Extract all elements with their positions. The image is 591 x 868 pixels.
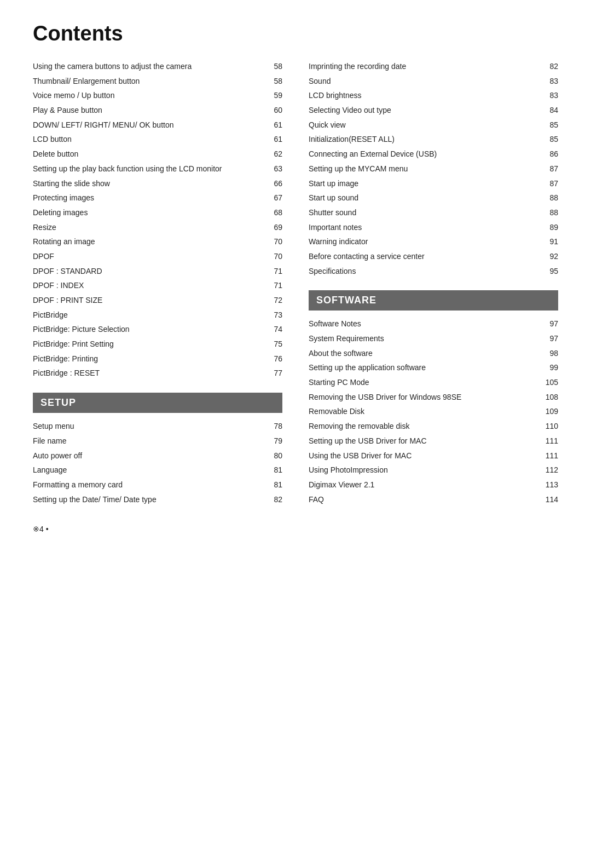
toc-label: Quick view bbox=[309, 119, 542, 131]
toc-page: 77 bbox=[266, 367, 282, 380]
toc-entry: Setting up the application software99 bbox=[309, 362, 558, 374]
toc-label: Setting up the MYCAM menu bbox=[309, 163, 542, 175]
toc-label: DPOF bbox=[33, 251, 266, 263]
toc-label: Play & Pause button bbox=[33, 105, 266, 117]
setup-entries: Setup menu78File name79Auto power off80L… bbox=[33, 421, 282, 505]
toc-label: Start up sound bbox=[309, 192, 542, 204]
toc-page: 81 bbox=[266, 464, 282, 476]
toc-entry: LCD button61 bbox=[33, 134, 282, 146]
toc-entry: Digimax Viewer 2.1113 bbox=[309, 479, 558, 491]
software-entries: Software Notes97System Requirements97Abo… bbox=[309, 318, 558, 505]
toc-label: Using the camera buttons to adjust the c… bbox=[33, 61, 266, 73]
toc-entry: Play & Pause button60 bbox=[33, 105, 282, 117]
toc-page: 85 bbox=[542, 134, 558, 146]
toc-entry: DPOF : PRINT SIZE72 bbox=[33, 295, 282, 307]
toc-entry: PictBridge73 bbox=[33, 309, 282, 321]
toc-page: 62 bbox=[266, 148, 282, 160]
toc-page: 98 bbox=[542, 348, 558, 360]
toc-label: Setting up the Date/ Time/ Date type bbox=[33, 494, 266, 506]
toc-entry: Before contacting a service center92 bbox=[309, 251, 558, 263]
toc-entry: About the software98 bbox=[309, 348, 558, 360]
toc-entry: Warning indicator91 bbox=[309, 236, 558, 248]
toc-label: Formatting a memory card bbox=[33, 479, 266, 491]
toc-page: 88 bbox=[542, 192, 558, 204]
toc-entry: DPOF70 bbox=[33, 251, 282, 263]
toc-page: 69 bbox=[266, 222, 282, 234]
toc-page: 111 bbox=[542, 435, 558, 447]
toc-page: 110 bbox=[542, 421, 558, 433]
toc-page: 97 bbox=[542, 318, 558, 330]
toc-page: 59 bbox=[266, 90, 282, 102]
toc-entry: Quick view85 bbox=[309, 119, 558, 131]
toc-label: Resize bbox=[33, 222, 266, 234]
footer-note: ※4 • bbox=[33, 525, 558, 533]
toc-label: File name bbox=[33, 435, 266, 447]
toc-page: 58 bbox=[266, 61, 282, 73]
toc-label: Important notes bbox=[309, 222, 542, 234]
toc-label: Selecting Video out type bbox=[309, 105, 542, 117]
toc-entry: Sound83 bbox=[309, 76, 558, 88]
toc-label: System Requirements bbox=[309, 333, 542, 345]
toc-label: DPOF : STANDARD bbox=[33, 266, 266, 278]
toc-page: 74 bbox=[266, 324, 282, 336]
toc-page: 60 bbox=[266, 105, 282, 117]
toc-label: Warning indicator bbox=[309, 236, 542, 248]
toc-page: 105 bbox=[542, 377, 558, 389]
toc-page: 82 bbox=[542, 61, 558, 73]
toc-label: Imprinting the recording date bbox=[309, 61, 542, 73]
toc-page: 108 bbox=[542, 392, 558, 404]
toc-entry: Removable Disk109 bbox=[309, 406, 558, 418]
toc-page: 71 bbox=[266, 266, 282, 278]
toc-page: 82 bbox=[266, 494, 282, 506]
toc-entry: Start up sound88 bbox=[309, 192, 558, 204]
toc-entry: Resize69 bbox=[33, 222, 282, 234]
toc-page: 87 bbox=[542, 178, 558, 190]
toc-label: Starting the slide show bbox=[33, 178, 266, 190]
toc-label: Setting up the USB Driver for MAC bbox=[309, 435, 542, 447]
toc-label: DOWN/ LEFT/ RIGHT/ MENU/ OK button bbox=[33, 119, 266, 131]
contents-columns: Using the camera buttons to adjust the c… bbox=[33, 61, 558, 508]
toc-page: 85 bbox=[542, 119, 558, 131]
toc-page: 75 bbox=[266, 338, 282, 350]
toc-entry: Initialization(RESET ALL)85 bbox=[309, 134, 558, 146]
toc-page: 86 bbox=[542, 148, 558, 160]
toc-label: DPOF : INDEX bbox=[33, 280, 266, 292]
toc-page: 79 bbox=[266, 435, 282, 447]
toc-page: 92 bbox=[542, 251, 558, 263]
toc-page: 68 bbox=[266, 207, 282, 219]
toc-label: Using the USB Driver for MAC bbox=[309, 450, 542, 462]
toc-page: 66 bbox=[266, 178, 282, 190]
toc-page: 91 bbox=[542, 236, 558, 248]
toc-entry: Selecting Video out type84 bbox=[309, 105, 558, 117]
toc-page: 73 bbox=[266, 309, 282, 321]
toc-label: Removing the removable disk bbox=[309, 421, 542, 433]
toc-page: 84 bbox=[542, 105, 558, 117]
toc-entry: Starting the slide show66 bbox=[33, 178, 282, 190]
toc-page: 61 bbox=[266, 119, 282, 131]
toc-label: LCD brightness bbox=[309, 90, 542, 102]
toc-page: 113 bbox=[542, 479, 558, 491]
toc-page: 112 bbox=[542, 464, 558, 476]
software-section-header: SOFTWARE bbox=[309, 290, 558, 311]
toc-page: 111 bbox=[542, 450, 558, 462]
toc-label: About the software bbox=[309, 348, 542, 360]
toc-page: 72 bbox=[266, 295, 282, 307]
toc-entry: Auto power off80 bbox=[33, 450, 282, 462]
toc-label: Specifications bbox=[309, 266, 542, 278]
toc-label: Voice memo / Up button bbox=[33, 90, 266, 102]
toc-entry: DOWN/ LEFT/ RIGHT/ MENU/ OK button61 bbox=[33, 119, 282, 131]
toc-page: 88 bbox=[542, 207, 558, 219]
toc-entry: Rotating an image70 bbox=[33, 236, 282, 248]
toc-label: Delete button bbox=[33, 148, 266, 160]
toc-page: 58 bbox=[266, 76, 282, 88]
toc-entry: System Requirements97 bbox=[309, 333, 558, 345]
toc-label: Start up image bbox=[309, 178, 542, 190]
toc-label: Rotating an image bbox=[33, 236, 266, 248]
toc-label: PictBridge: Printing bbox=[33, 353, 266, 365]
toc-label: Digimax Viewer 2.1 bbox=[309, 479, 542, 491]
toc-page: 97 bbox=[542, 333, 558, 345]
toc-label: Language bbox=[33, 464, 266, 476]
toc-entry: FAQ114 bbox=[309, 494, 558, 506]
toc-label: Software Notes bbox=[309, 318, 542, 330]
toc-page: 80 bbox=[266, 450, 282, 462]
